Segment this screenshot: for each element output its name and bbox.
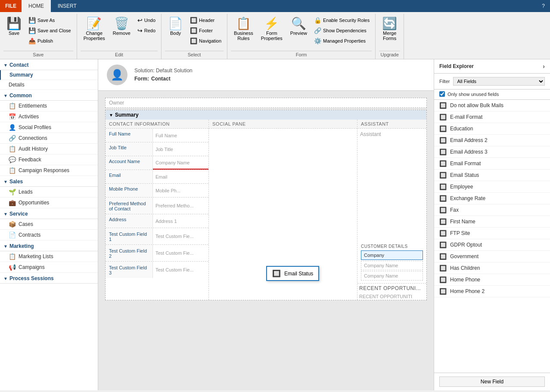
nav-item-marketing-lists[interactable]: 📋 Marketing Lists: [0, 251, 98, 262]
company-name-field-2[interactable]: Company Name: [361, 271, 423, 281]
change-properties-button[interactable]: 📝 ChangeProperties: [81, 15, 108, 43]
email-input[interactable]: Email: [153, 170, 208, 183]
custom-field-1-input[interactable]: Test Custom Fie...: [153, 228, 208, 244]
tab-insert[interactable]: INSERT: [51, 0, 84, 12]
managed-properties-button[interactable]: ⚙️ Managed Properties: [312, 36, 372, 46]
sales-group-header[interactable]: ▼ Sales: [0, 176, 98, 187]
tab-home[interactable]: HOME: [22, 0, 51, 12]
field-item[interactable]: 🔲E-mail Format: [434, 111, 550, 123]
custom-field-3-input[interactable]: Test Custom Fie...: [153, 262, 208, 278]
field-item[interactable]: 🔲Email Status: [434, 170, 550, 181]
assistant-placeholder: Assistant: [360, 131, 381, 137]
footer-button[interactable]: 🔲 Footer: [188, 26, 224, 35]
remove-button[interactable]: 🗑️ Remove: [110, 15, 134, 38]
recent-opps-header: RECENT OPPORTUNI...: [357, 283, 426, 293]
company-field[interactable]: Company: [361, 250, 423, 260]
enable-security-roles-button[interactable]: 🔒 Enable Security Roles: [312, 15, 372, 25]
contact-group-header[interactable]: ▼ Contact: [0, 59, 98, 70]
business-rules-button[interactable]: 📋 BusinessRules: [231, 15, 256, 43]
show-dependencies-button[interactable]: 🔗 Show Dependencies: [312, 26, 372, 35]
nav-item-cases[interactable]: 📦 Cases: [0, 219, 98, 230]
activities-icon: 📅: [9, 113, 16, 120]
collapse-button[interactable]: ›: [543, 63, 545, 70]
nav-item-campaign-responses[interactable]: 📋 Campaign Responses: [0, 165, 98, 176]
field-item[interactable]: 🔲Fax: [434, 204, 550, 216]
nav-item-connections[interactable]: 🔗 Connections: [0, 133, 98, 144]
field-item[interactable]: 🔲Home Phone 2: [434, 286, 550, 297]
nav-item-details[interactable]: Details: [0, 80, 98, 90]
form-properties-button[interactable]: ⚡ FormProperties: [258, 15, 286, 43]
nav-item-activities[interactable]: 📅 Activities: [0, 111, 98, 122]
form-group-buttons: 📋 BusinessRules ⚡ FormProperties 🔍 Previ…: [231, 15, 372, 49]
field-item[interactable]: 🔲Government: [434, 251, 550, 262]
center-canvas[interactable]: 👤 Solution: Default Solution Form: Conta…: [98, 59, 434, 390]
nav-item-leads[interactable]: 🌱 Leads: [0, 187, 98, 198]
address-input[interactable]: Address 1: [153, 214, 208, 228]
field-item[interactable]: 🔲Exchange Rate: [434, 193, 550, 204]
account-name-input[interactable]: Company Name: [153, 156, 208, 170]
save-close-button[interactable]: 💾 Save and Close: [26, 26, 73, 35]
ribbon-group-save: 💾 Save 💾 Save As 💾 Save and Close 📤 Publ…: [0, 14, 77, 59]
navigation-button[interactable]: 🔲 Navigation: [188, 36, 224, 46]
field-item[interactable]: 🔲Email Format: [434, 158, 550, 170]
file-menu-button[interactable]: FILE: [0, 0, 22, 12]
custom-field-2-input[interactable]: Test Custom Fie...: [153, 245, 208, 261]
full-name-input[interactable]: Full Name: [153, 129, 208, 142]
common-group-header[interactable]: ▼ Common: [0, 90, 98, 101]
preferred-method-input[interactable]: Preferred Metho...: [153, 198, 208, 214]
save-button[interactable]: 💾 Save: [3, 15, 25, 38]
field-item[interactable]: 🔲FTP Site: [434, 228, 550, 239]
field-item[interactable]: 🔲Email Address 2: [434, 135, 550, 146]
nav-item-contracts[interactable]: 📄 Contracts: [0, 230, 98, 241]
field-item-label: E-mail Format: [450, 114, 482, 120]
summary-header[interactable]: ▼ Summary: [106, 110, 426, 120]
undo-label: Undo: [144, 18, 155, 23]
redo-button[interactable]: ↪ Redo: [135, 26, 158, 35]
navigation-label: Navigation: [199, 38, 221, 43]
field-item[interactable]: 🔲Do not allow Bulk Mails: [434, 100, 550, 111]
nav-item-campaigns[interactable]: 📢 Campaigns: [0, 262, 98, 273]
form-name: Form: Contact: [134, 74, 193, 83]
nav-item-summary[interactable]: Summary: [0, 70, 98, 80]
nav-item-audit-history[interactable]: 📋 Audit History: [0, 144, 98, 154]
field-item[interactable]: 🔲Education: [434, 123, 550, 135]
preview-button[interactable]: 🔍 Preview: [287, 15, 310, 38]
nav-item-feedback[interactable]: 💬 Feedback: [0, 154, 98, 165]
field-item-label: Has Children: [450, 265, 480, 271]
field-item-icon: 🔲: [439, 276, 447, 283]
service-group-header[interactable]: ▼ Service: [0, 208, 98, 219]
process-sessions-header[interactable]: ▼ Process Sessions: [0, 273, 98, 284]
new-field-button[interactable]: New Field: [439, 377, 545, 387]
undo-button[interactable]: ↩ Undo: [135, 15, 158, 25]
job-title-input[interactable]: Job Title: [153, 142, 208, 156]
field-item[interactable]: 🔲First Name: [434, 216, 550, 228]
marketing-group-header[interactable]: ▼ Marketing: [0, 241, 98, 251]
unused-fields-checkbox[interactable]: [439, 91, 445, 97]
email-status-tooltip[interactable]: 🔲 Email Status: [266, 266, 319, 281]
field-item[interactable]: 🔲GDPR Optout: [434, 239, 550, 251]
form-properties-label: FormProperties: [261, 31, 283, 41]
custom-field-1-row: Test Custom Field 1 Test Custom Fie...: [106, 228, 208, 245]
field-item[interactable]: 🔲Has Children: [434, 262, 550, 274]
help-icon[interactable]: ?: [537, 1, 550, 11]
nav-item-social-profiles[interactable]: 👤 Social Profiles: [0, 122, 98, 133]
full-name-row: Full Name Full Name: [106, 129, 208, 142]
nav-item-entitlements[interactable]: 📋 Entitlements: [0, 101, 98, 111]
field-item[interactable]: 🔲Employee: [434, 181, 550, 193]
save-as-label: Save As: [37, 18, 55, 23]
header-button[interactable]: 🔲 Header: [188, 15, 224, 25]
company-name-field-1[interactable]: Company Name: [361, 261, 423, 270]
publish-button[interactable]: 📤 Publish: [26, 36, 73, 46]
field-item[interactable]: 🔲Email Address 3: [434, 146, 550, 158]
save-as-button[interactable]: 💾 Save As: [26, 15, 73, 25]
field-item[interactable]: 🔲Home Phone: [434, 274, 550, 286]
mobile-phone-input[interactable]: Mobile Ph...: [153, 184, 208, 197]
merge-forms-icon: 🔄: [382, 18, 397, 30]
body-button[interactable]: 📄 Body: [165, 15, 186, 38]
assistant-header: Assistant: [357, 120, 426, 129]
save-label: Save: [9, 31, 19, 36]
edit-group-buttons: 📝 ChangeProperties 🗑️ Remove ↩ Undo ↪ Re…: [81, 15, 158, 49]
nav-item-opportunities[interactable]: 💼 Opportunities: [0, 198, 98, 208]
merge-forms-button[interactable]: 🔄 MergeForms: [379, 15, 400, 43]
filter-select[interactable]: All Fields: [453, 77, 545, 86]
